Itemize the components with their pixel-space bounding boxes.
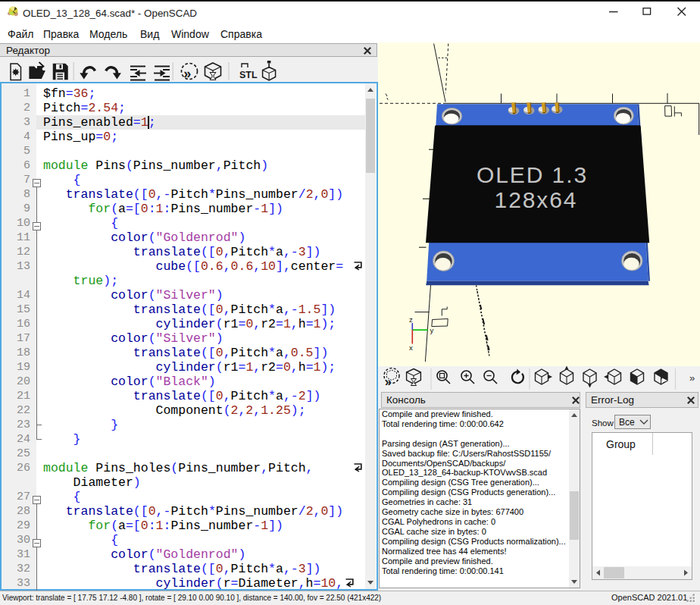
svg-text:»: » bbox=[689, 372, 695, 384]
svg-text:x: x bbox=[409, 343, 413, 352]
svg-text:»: » bbox=[183, 66, 191, 81]
svg-text:z: z bbox=[409, 315, 413, 324]
svg-text:STL: STL bbox=[239, 70, 258, 80]
svg-text:OLED 1.3: OLED 1.3 bbox=[477, 162, 588, 187]
svg-text:y: y bbox=[430, 326, 434, 334]
svg-text:»: » bbox=[385, 375, 392, 388]
svg-text:128x64: 128x64 bbox=[495, 187, 578, 212]
